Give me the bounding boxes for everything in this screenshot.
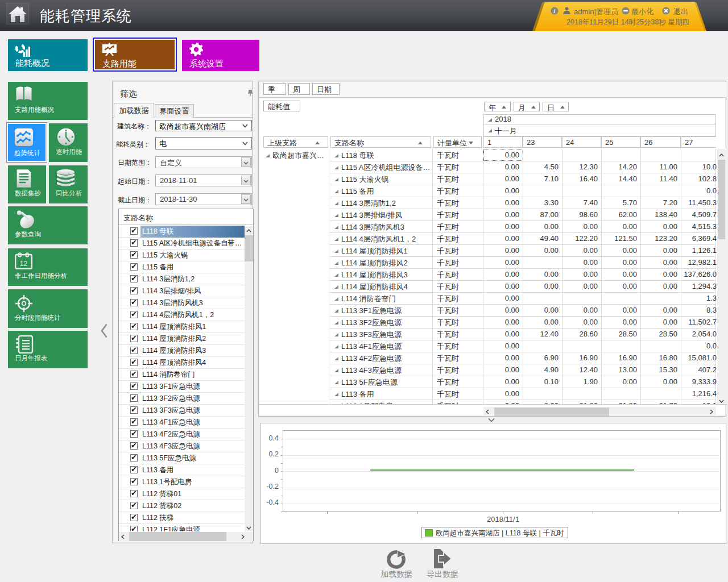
svg-text:i: i: [554, 8, 556, 14]
svg-text:12: 12: [20, 260, 28, 268]
